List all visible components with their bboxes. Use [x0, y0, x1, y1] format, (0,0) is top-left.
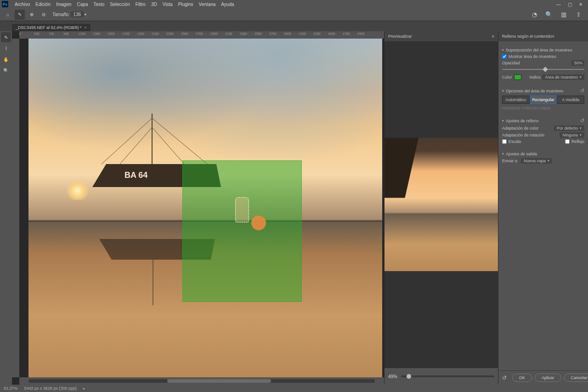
panel-title: Relleno según el contenido — [502, 34, 552, 39]
menu-archivo[interactable]: Archivo — [12, 1, 33, 8]
panel-footer: ↺ OK Aplicar Cancelar — [498, 370, 588, 385]
color-adapt-dropdown[interactable]: Por defecto ▾ — [554, 125, 584, 131]
status-bar: 52,37% 5442 px x 3628 px (300 ppp) ▸ — [0, 385, 588, 392]
menu-imagen[interactable]: Imagen — [53, 1, 74, 8]
size-dropdown-icon[interactable]: ▾ — [85, 12, 86, 17]
chevron-down-icon: ▾ — [580, 133, 582, 137]
preview-viewport[interactable] — [384, 41, 498, 368]
sampling-area-overlay — [182, 160, 302, 302]
menu-ayuda[interactable]: Ayuda — [218, 1, 237, 8]
menu-texto[interactable]: Texto — [90, 1, 107, 8]
send-to-dropdown[interactable]: Nueva capa ▾ — [521, 158, 552, 164]
search-icon[interactable]: 🔍 — [544, 10, 554, 20]
show-sampling-label: Mostrar área de muestreo — [509, 54, 556, 59]
svg-line-5 — [152, 127, 184, 164]
subtract-from-sample-icon[interactable]: ⊖ — [39, 10, 49, 20]
status-zoom[interactable]: 52,37% — [4, 386, 18, 391]
reset-all-icon[interactable]: ↺ — [502, 375, 507, 381]
panel-menu-icon[interactable]: ≡ — [552, 34, 554, 39]
section-fill-settings[interactable]: ▾ Ajustes de relleno ↺ — [502, 118, 584, 124]
horizontal-scrollbar[interactable] — [19, 377, 384, 385]
content-aware-fill-panel: Relleno según el contenido ≡ ▾ Superposi… — [498, 31, 588, 385]
menu-seleccion[interactable]: Selección — [107, 1, 132, 8]
ok-button[interactable]: OK — [512, 374, 532, 382]
scale-label: Escala — [509, 139, 521, 144]
preview-panel: Previsualizar ≡ 49% — [384, 31, 498, 385]
opacity-slider[interactable] — [502, 67, 584, 72]
document-tab-title: _DSC3455.NEF al 52,4% (RGB/8) * — [16, 25, 82, 30]
menu-filtro[interactable]: Filtro — [133, 1, 148, 8]
menu-3d[interactable]: 3D — [148, 1, 160, 8]
sampling-brush-tool[interactable]: ✎ — [1, 32, 11, 42]
document-tab-bar: _DSC3455.NEF al 52,4% (RGB/8) * × — [0, 21, 588, 31]
brush-tool-icon[interactable]: ✎ — [15, 10, 25, 20]
add-to-sample-icon[interactable]: ⊕ — [27, 10, 37, 20]
chevron-down-icon: ▾ — [580, 126, 582, 130]
canvas[interactable]: BA 64 — [19, 39, 384, 385]
reset-fill-icon[interactable]: ↺ — [580, 118, 584, 124]
preview-panel-menu-icon[interactable]: ≡ — [492, 34, 494, 39]
sampling-custom-button[interactable]: A medida — [557, 96, 584, 104]
cancel-button[interactable]: Cancelar — [564, 374, 588, 382]
indicates-dropdown[interactable]: Área de muestreo ▾ — [542, 74, 584, 80]
workspace-icon[interactable]: ▥ — [559, 10, 569, 20]
home-icon[interactable]: ⌂ — [3, 10, 13, 20]
ps-logo-icon: Ps — [2, 1, 8, 7]
hand-tool[interactable]: ✋ — [1, 54, 11, 64]
mirror-checkbox[interactable] — [565, 139, 570, 144]
chevron-down-icon: ▾ — [548, 159, 549, 163]
apply-button[interactable]: Aplicar — [535, 374, 561, 382]
zoom-tool[interactable]: 🔍 — [1, 65, 11, 75]
show-sampling-checkbox[interactable] — [502, 54, 507, 59]
indicates-label: Indica — [529, 75, 540, 80]
close-button[interactable]: ✕ — [575, 2, 586, 7]
svg-text:BA 64: BA 64 — [124, 170, 147, 180]
document-tab[interactable]: _DSC3455.NEF al 52,4% (RGB/8) * × — [12, 24, 90, 31]
preview-zoom-slider[interactable] — [401, 375, 494, 377]
svg-line-3 — [152, 118, 207, 164]
reset-sampling-icon[interactable]: ↺ — [580, 88, 584, 94]
brush-cursor — [251, 216, 266, 230]
cloud-docs-icon[interactable]: ◔ — [529, 10, 539, 20]
ruler-horizontal: 0500700900110013001500170019002100230025… — [19, 31, 384, 39]
menu-bar: Ps Archivo Edición Imagen Capa Texto Sel… — [0, 0, 588, 8]
canvas-area: 0500700900110013001500170019002100230025… — [12, 31, 384, 385]
maximize-button[interactable]: ▢ — [564, 2, 575, 7]
rotation-adapt-dropdown[interactable]: Ninguna ▾ — [560, 132, 584, 138]
mirror-label: Reflejo — [571, 139, 584, 144]
lasso-tool[interactable]: ⌇ — [1, 43, 11, 53]
fill-selection — [235, 197, 249, 222]
menu-ventana[interactable]: Ventana — [196, 1, 219, 8]
chevron-down-icon: ▾ — [502, 48, 504, 52]
section-output[interactable]: ▾ Ajustes de salida — [502, 152, 584, 156]
ruler-vertical — [12, 39, 19, 377]
svg-line-2 — [102, 118, 152, 164]
menu-capa[interactable]: Capa — [74, 1, 91, 8]
minimize-button[interactable]: — — [553, 2, 564, 7]
sampling-mode-group: Automático Rectangular A medida — [502, 96, 584, 104]
chevron-down-icon: ▾ — [502, 89, 504, 93]
sampling-auto-button[interactable]: Automático — [502, 96, 530, 104]
opacity-value[interactable]: 50% — [571, 60, 584, 66]
menu-edicion[interactable]: Edición — [33, 1, 53, 8]
section-sampling-options[interactable]: ▾ Opciones del área de muestreo ↺ — [502, 88, 584, 94]
menu-vista[interactable]: Vista — [160, 1, 175, 8]
left-toolbar: ✎ ⌇ ✋ 🔍 — [0, 31, 12, 385]
send-to-label: Enviar a — [502, 159, 517, 163]
preview-zoom-value[interactable]: 49% — [388, 374, 397, 379]
rotation-adapt-label: Adaptación de rotación — [502, 133, 544, 137]
color-adapt-label: Adaptación de color — [502, 126, 539, 131]
menu-plugins[interactable]: Plugins — [175, 1, 196, 8]
chevron-down-icon: ▾ — [580, 75, 582, 79]
chevron-down-icon: ▾ — [502, 119, 504, 123]
scale-checkbox[interactable] — [502, 139, 507, 144]
section-overlay[interactable]: ▾ Superposición del área de muestreo — [502, 48, 584, 52]
size-value[interactable]: 136 — [71, 11, 84, 17]
overlay-color-swatch[interactable] — [514, 74, 521, 80]
tab-close-icon[interactable]: × — [85, 25, 87, 30]
sampling-rect-button[interactable]: Rectangular — [530, 96, 557, 104]
share-icon[interactable]: ⇪ — [573, 10, 583, 20]
color-label: Color — [502, 75, 512, 80]
options-bar: ⌂ ✎ ⊕ ⊖ Tamaño 136 ▾ ◔ 🔍 ▥ ⇪ — [0, 8, 588, 21]
status-menu-icon[interactable]: ▸ — [83, 386, 85, 391]
